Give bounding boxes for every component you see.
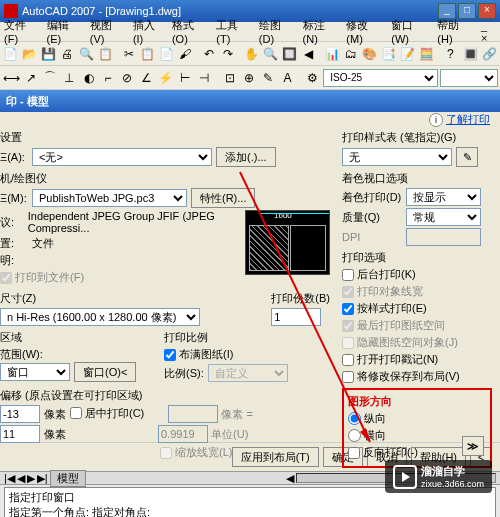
quality-label: 质量(Q)	[342, 210, 402, 225]
offset-label: 偏移 (原点设置在可打印区域)	[0, 388, 330, 403]
shade-plot-label: 着色打印(D)	[342, 190, 402, 205]
offset-y-input[interactable]	[0, 425, 40, 443]
dim-linear-icon[interactable]: ⟷	[2, 69, 20, 87]
tab-last-icon[interactable]: ▶|	[37, 472, 48, 485]
papersize-label: 尺寸(Z)	[0, 291, 267, 306]
menu-window[interactable]: 窗口(W)	[391, 18, 429, 45]
plot-to-file-label: 打印到文件(F)	[15, 270, 84, 285]
window-button[interactable]: 窗口(O)<	[74, 362, 136, 382]
redo-icon[interactable]: ↷	[219, 45, 237, 63]
props-icon[interactable]: 📊	[323, 45, 341, 63]
tab-first-icon[interactable]: |◀	[4, 472, 15, 485]
menu-view[interactable]: 视图(V)	[90, 18, 125, 45]
dcenter-icon[interactable]: 🗂	[342, 45, 360, 63]
page-setup-select[interactable]: <无>	[32, 148, 212, 166]
menu-format[interactable]: 格式(O)	[172, 18, 208, 45]
menu-draw[interactable]: 绘图(D)	[259, 18, 295, 45]
match-icon[interactable]: 🖌	[177, 45, 195, 63]
maximize-button[interactable]: □	[458, 3, 476, 19]
save-check[interactable]	[342, 371, 354, 383]
save-icon[interactable]: 💾	[40, 45, 58, 63]
expand-button[interactable]: ≫	[462, 436, 484, 456]
cut-icon[interactable]: ✂	[120, 45, 138, 63]
style-edit-button[interactable]: ✎	[456, 147, 478, 167]
offset-x-input[interactable]	[0, 405, 40, 423]
dimstyle-combo[interactable]: ISO-25	[323, 69, 438, 87]
menu-insert[interactable]: 插入(I)	[133, 18, 164, 45]
dim-jog-icon[interactable]: ⌐	[99, 69, 116, 87]
minimize-button[interactable]: _	[438, 3, 456, 19]
help-icon[interactable]: ?	[441, 45, 459, 63]
copy-icon[interactable]: 📋	[139, 45, 157, 63]
menu-edit[interactable]: 编辑(E)	[47, 18, 82, 45]
styles-check[interactable]	[342, 303, 354, 315]
dim-aligned-icon[interactable]: ↗	[22, 69, 39, 87]
scale-lw-check	[160, 447, 172, 459]
new-icon[interactable]: 📄	[2, 45, 20, 63]
tool-pal-icon[interactable]: 🎨	[361, 45, 379, 63]
plot-dialog-title: 印 - 模型	[0, 90, 500, 112]
menu-file[interactable]: 文件(F)	[4, 18, 39, 45]
scroll-left-icon[interactable]: ◀	[286, 472, 294, 485]
preview-icon[interactable]: 🔍	[77, 45, 95, 63]
menu-modify[interactable]: 修改(M)	[346, 18, 383, 45]
zoom-win-icon[interactable]: 🔲	[281, 45, 299, 63]
stamp-check[interactable]	[342, 354, 354, 366]
dimstyle-icon[interactable]: ⚙	[304, 69, 321, 87]
center-label: 居中打印(C)	[85, 406, 144, 421]
tab-next-icon[interactable]: ▶	[27, 472, 35, 485]
printer-select[interactable]: PublishToWeb JPG.pc3	[32, 189, 187, 207]
dimedit-icon[interactable]: ✎	[260, 69, 277, 87]
dim-cont-icon[interactable]: ⊣	[196, 69, 213, 87]
printer-name-label: Ξ(M):	[0, 192, 28, 204]
zoom-prev-icon[interactable]: ◀	[300, 45, 318, 63]
fit-check[interactable]	[164, 349, 176, 361]
upside-check[interactable]	[348, 447, 360, 459]
dim-ang-icon[interactable]: ∠	[138, 69, 155, 87]
paste-icon[interactable]: 📄	[158, 45, 176, 63]
center-check[interactable]	[70, 407, 82, 419]
shade-select[interactable]: 按显示	[406, 188, 481, 206]
dimtedit-icon[interactable]: A	[279, 69, 296, 87]
center-icon[interactable]: ⊕	[240, 69, 257, 87]
menu-help[interactable]: 帮助(H)	[437, 18, 473, 45]
scale-select[interactable]: 自定义	[208, 364, 288, 382]
landscape-radio[interactable]	[348, 429, 361, 442]
scale-combo[interactable]	[440, 69, 498, 87]
units-label: 单位(U)	[211, 428, 248, 440]
offset-y-unit: 像素	[44, 427, 66, 442]
close-button[interactable]: ×	[478, 3, 496, 19]
bg-check[interactable]	[342, 269, 354, 281]
dim-dia-icon[interactable]: ⊘	[119, 69, 136, 87]
tol-icon[interactable]: ⊡	[221, 69, 238, 87]
print-icon[interactable]: 🖨	[59, 45, 77, 63]
xref-icon[interactable]: 🔗	[480, 45, 498, 63]
zoom-icon[interactable]: 🔍	[262, 45, 280, 63]
open-icon[interactable]: 📂	[21, 45, 39, 63]
dim-quick-icon[interactable]: ⚡	[157, 69, 174, 87]
dim-ord-icon[interactable]: ⊥	[61, 69, 78, 87]
papersize-select[interactable]: n Hi-Res (1600.00 x 1280.00 像素)	[0, 308, 200, 326]
menu-tools[interactable]: 工具(T)	[216, 18, 251, 45]
model-tab[interactable]: 模型	[50, 470, 86, 487]
dim-rad-icon[interactable]: ◐	[80, 69, 97, 87]
style-table-select[interactable]: 无	[342, 148, 452, 166]
copies-input[interactable]	[271, 308, 321, 326]
quality-select[interactable]: 常规	[406, 208, 481, 226]
sheet-icon[interactable]: 📑	[380, 45, 398, 63]
undo-icon[interactable]: ↶	[200, 45, 218, 63]
tab-prev-icon[interactable]: ◀	[17, 472, 25, 485]
printer-props-button[interactable]: 特性(R)...	[191, 188, 255, 208]
add-button[interactable]: 添加(.)...	[216, 147, 276, 167]
block-icon[interactable]: 🔳	[461, 45, 479, 63]
plot-area-select[interactable]: 窗口	[0, 363, 70, 381]
markup-icon[interactable]: 📝	[399, 45, 417, 63]
portrait-radio[interactable]	[348, 412, 361, 425]
pan-icon[interactable]: ✋	[243, 45, 261, 63]
publish-icon[interactable]: 📋	[96, 45, 114, 63]
dim-arc-icon[interactable]: ⌒	[41, 69, 58, 87]
calc-icon[interactable]: 🧮	[418, 45, 436, 63]
dialog-title-text: 印 - 模型	[6, 94, 49, 109]
menu-dim[interactable]: 标注(N)	[303, 18, 339, 45]
dim-base-icon[interactable]: ⊢	[177, 69, 194, 87]
